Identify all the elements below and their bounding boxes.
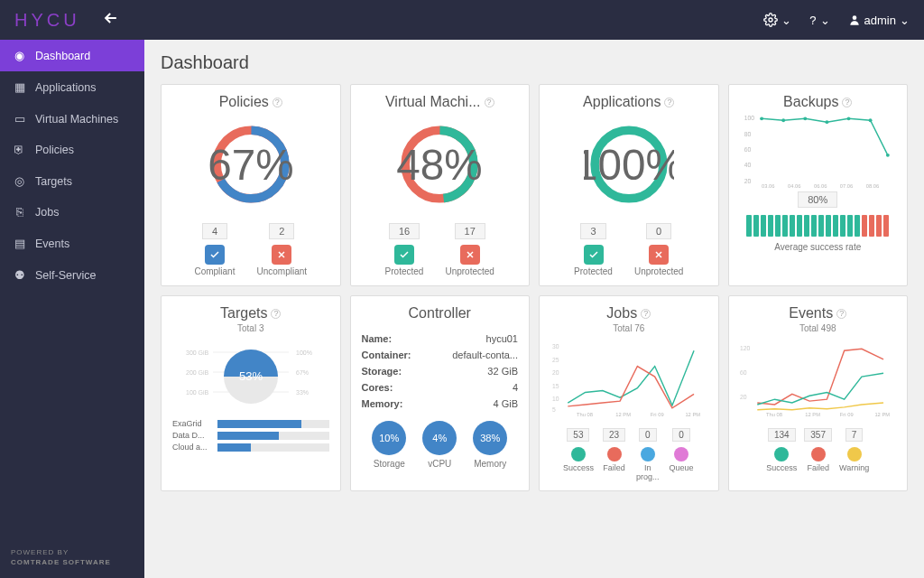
- svg-text:20: 20: [740, 394, 747, 400]
- help-icon[interactable]: ?: [836, 309, 846, 319]
- target-bar: Cloud a...: [172, 443, 329, 452]
- card-policies[interactable]: Policies? 67% 4Compliant 2Uncompliant: [161, 84, 341, 286]
- nav-applications[interactable]: ▦Applications: [0, 71, 144, 103]
- svg-text:100%: 100%: [584, 141, 674, 189]
- settings-menu[interactable]: ⌄: [763, 13, 791, 27]
- legend-item: 0In prog...: [634, 425, 661, 481]
- svg-text:200 GiB: 200 GiB: [186, 369, 209, 376]
- nav-icon: ◉: [13, 49, 26, 62]
- svg-text:07.06: 07.06: [839, 183, 852, 189]
- nav-label: Applications: [35, 81, 96, 94]
- svg-text:120: 120: [740, 345, 750, 351]
- page-title: Dashboard: [161, 52, 908, 73]
- card-title: Policies: [219, 94, 269, 110]
- svg-text:100 GiB: 100 GiB: [186, 389, 209, 396]
- chevron-down-icon: ⌄: [820, 14, 830, 27]
- svg-point-27: [885, 154, 889, 157]
- nav-jobs[interactable]: ⎘Jobs: [0, 197, 144, 228]
- shield-check-icon: [584, 245, 604, 265]
- nav-icon: ◎: [13, 174, 26, 188]
- card-vms[interactable]: Virtual Machi...? 48% 16Protected 17Unpr…: [350, 84, 531, 286]
- card-backups[interactable]: Backups? 10080604020 03.0604.0606.0607.0…: [728, 84, 909, 286]
- svg-point-0: [769, 18, 772, 22]
- svg-point-22: [781, 118, 785, 122]
- legend-item: 134Success: [766, 425, 797, 472]
- controller-row: Storage:32 GiB: [362, 363, 519, 379]
- nav-icon: ⛨: [13, 144, 26, 156]
- controller-row: Container:default-conta...: [362, 347, 519, 363]
- events-chart: 1206020 Thu 0812 PMFri 0912 PM: [740, 339, 897, 420]
- nav-label: Events: [35, 238, 69, 250]
- nav-icon: ▤: [13, 237, 26, 250]
- help-icon[interactable]: ?: [273, 98, 282, 107]
- nav-targets[interactable]: ◎Targets: [0, 165, 144, 197]
- svg-text:33%: 33%: [296, 389, 309, 396]
- card-title: Applications: [583, 94, 661, 110]
- metric-bubble: 38%Memory: [473, 421, 507, 469]
- svg-text:67%: 67%: [208, 141, 293, 189]
- svg-point-26: [868, 118, 872, 122]
- card-title: Controller: [409, 305, 471, 322]
- svg-point-1: [852, 15, 856, 20]
- svg-text:08.06: 08.06: [865, 183, 878, 189]
- nav-policies[interactable]: ⛨Policies: [0, 135, 144, 165]
- nav-events[interactable]: ▤Events: [0, 228, 144, 259]
- card-jobs[interactable]: Jobs? Total 76 30252015105 Thu 0812 PMFr…: [539, 295, 719, 491]
- svg-text:06.06: 06.06: [813, 183, 826, 189]
- svg-text:20: 20: [552, 369, 559, 376]
- compliant-count: 4: [202, 223, 227, 239]
- help-icon[interactable]: ?: [271, 309, 281, 319]
- svg-text:12 PM: 12 PM: [805, 412, 820, 417]
- svg-text:30: 30: [552, 343, 559, 350]
- nav-virtual-machines[interactable]: ▭Virtual Machines: [0, 103, 144, 135]
- help-icon[interactable]: ?: [641, 309, 651, 319]
- svg-text:Thu 08: Thu 08: [577, 412, 593, 417]
- check-icon: [205, 245, 225, 265]
- success-bars: [746, 215, 889, 237]
- brand-logo: HYCU: [14, 10, 80, 31]
- metric-bubble: 4%vCPU: [422, 421, 457, 469]
- success-rate: 80%: [798, 191, 837, 208]
- legend-item: 23Failed: [601, 425, 627, 472]
- card-controller[interactable]: Controller Name:hycu01Container:default-…: [350, 295, 531, 491]
- svg-text:12 PM: 12 PM: [615, 412, 631, 417]
- svg-text:5: 5: [552, 406, 556, 413]
- nav-dashboard[interactable]: ◉Dashboard: [0, 40, 144, 71]
- help-icon[interactable]: ?: [485, 98, 494, 107]
- card-title: Events: [789, 305, 833, 322]
- nav-icon: ⎘: [13, 206, 26, 219]
- help-icon[interactable]: ?: [664, 98, 674, 107]
- nav-label: Policies: [35, 144, 74, 156]
- controller-row: Name:hycu01: [362, 331, 519, 347]
- svg-text:80: 80: [744, 131, 751, 137]
- legend-item: 7Warning: [839, 425, 869, 472]
- nav-icon: ▦: [13, 80, 26, 94]
- nav-self-service[interactable]: ⚉Self-Service: [0, 259, 144, 291]
- help-menu[interactable]: ? ⌄: [809, 14, 829, 27]
- svg-text:Fri 09: Fri 09: [839, 412, 853, 417]
- card-events[interactable]: Events? Total 498 1206020 Thu 0812 PMFri…: [728, 295, 909, 491]
- svg-text:53%: 53%: [239, 369, 263, 383]
- sidebar: ◉Dashboard▦Applications▭Virtual Machines…: [0, 40, 144, 578]
- svg-text:10: 10: [552, 396, 559, 402]
- svg-text:60: 60: [744, 146, 751, 153]
- user-menu[interactable]: admin ⌄: [848, 14, 910, 27]
- svg-text:67%: 67%: [296, 369, 309, 376]
- shield-x-icon: [460, 245, 480, 265]
- help-icon[interactable]: ?: [842, 98, 852, 107]
- chevron-down-icon: ⌄: [900, 14, 910, 27]
- jobs-chart: 30252015105 Thu 0812 PMFri 0912 PM: [550, 339, 707, 420]
- metric-bubble: 10%Storage: [372, 421, 406, 469]
- card-apps[interactable]: Applications? 100% 3Protected 0Unprotect…: [539, 84, 719, 286]
- nav-label: Targets: [35, 175, 72, 188]
- card-title: Targets: [220, 305, 267, 322]
- targets-gauge: 300 GiB200 GiB100 GiB 100%67%33% 53%: [179, 339, 323, 411]
- nav-label: Virtual Machines: [35, 113, 118, 126]
- powered-by: POWERED BY COMTRADE SOFTWARE: [0, 536, 144, 578]
- card-title: Backups: [783, 94, 838, 110]
- svg-point-24: [825, 120, 828, 124]
- target-bar: Data D...: [172, 431, 329, 440]
- back-button[interactable]: [102, 9, 120, 32]
- svg-point-21: [760, 117, 763, 120]
- card-targets[interactable]: Targets? Total 3 300 GiB200 GiB100 GiB 1…: [161, 295, 341, 491]
